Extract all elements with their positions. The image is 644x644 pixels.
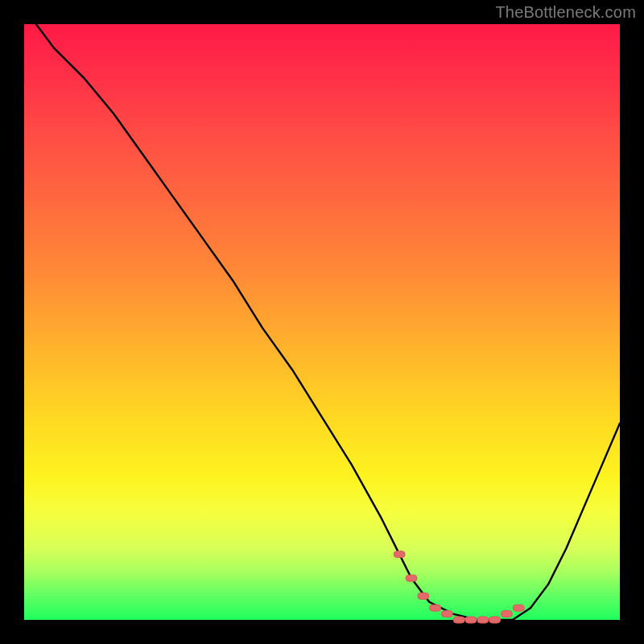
- valley-marker: [501, 611, 512, 617]
- valley-marker: [453, 617, 464, 623]
- valley-marker: [430, 605, 441, 611]
- valley-marker: [489, 617, 501, 623]
- valley-marker: [465, 617, 477, 623]
- valley-marker: [477, 617, 489, 623]
- chart-frame: TheBottleneck.com: [0, 0, 644, 644]
- curve-svg: [24, 24, 620, 620]
- bottleneck-curve: [36, 24, 620, 620]
- plot-area: [24, 24, 620, 620]
- valley-marker: [418, 592, 429, 599]
- valley-marker: [406, 575, 417, 581]
- valley-markers: [394, 551, 524, 623]
- valley-marker: [441, 611, 452, 617]
- watermark-label: TheBottleneck.com: [495, 3, 636, 22]
- valley-marker: [394, 551, 405, 558]
- valley-marker: [513, 605, 524, 611]
